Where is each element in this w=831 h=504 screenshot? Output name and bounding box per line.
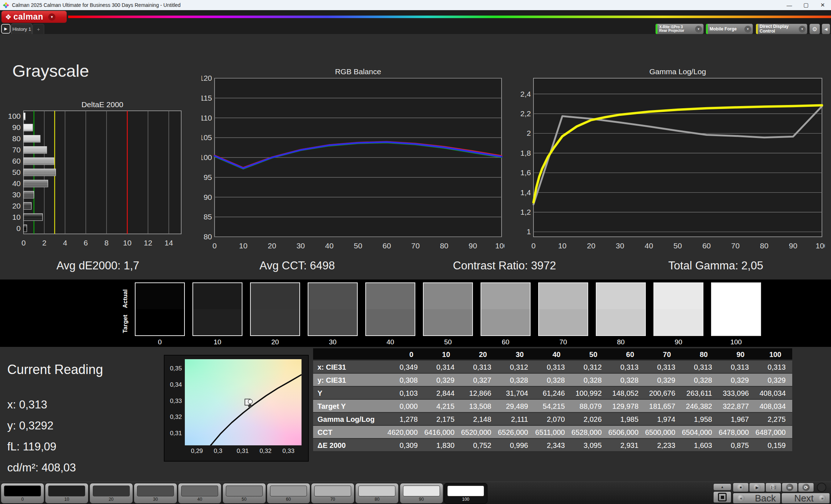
cie-chart-panel: 0,350,340,330,320,310,290,30,310,320,33	[164, 355, 309, 462]
swatch-30	[308, 282, 358, 336]
swatch-target-30	[308, 309, 357, 335]
svg-text:70: 70	[731, 242, 740, 250]
swatch-level-label: 60	[481, 338, 531, 346]
avg-cct-value: Avg CCT: 6498	[259, 259, 335, 272]
svg-text:1,2: 1,2	[520, 208, 531, 216]
pattern-swatch	[270, 486, 307, 496]
grayscale-swatch-band: Actual Target 0102030405060708090100	[0, 280, 831, 347]
pattern-level-button-80[interactable]: 80	[355, 483, 399, 504]
rainbow-divider	[68, 16, 831, 18]
table-cell-gamma-log-log-100: 2,275	[755, 413, 792, 426]
chevron-down-icon: ▼	[695, 26, 702, 33]
history-panel-toggle-button[interactable]: ▶	[1, 24, 11, 34]
swatch-level-label: 100	[711, 338, 761, 346]
svg-text:14: 14	[165, 239, 173, 247]
swatch-10	[192, 282, 242, 336]
table-cell--e-2000-10: 1,830	[424, 439, 461, 452]
table-cell--e-2000-80: 1,603	[682, 439, 719, 452]
cie-chart-plot	[185, 359, 302, 445]
play-icon: ▶	[753, 484, 761, 491]
svg-text:70: 70	[411, 242, 420, 250]
table-cell-gamma-log-log-10: 2,175	[424, 413, 461, 426]
table-col-header-100: 100	[755, 348, 792, 361]
calman-menu-button[interactable]: ❖ calman ▼	[1, 11, 67, 23]
table-cell-cct-0: 4620,000	[387, 426, 424, 439]
display-control-label: Direct Display Control	[758, 24, 799, 33]
pattern-window-button[interactable]	[713, 491, 731, 503]
pattern-level-label: 40	[178, 497, 221, 502]
maximize-button[interactable]: ▢	[798, 0, 814, 10]
tab-history-1[interactable]: History 1	[11, 24, 32, 34]
loop-button[interactable]: ⟳	[798, 483, 814, 492]
avg-de2000-value: Avg dE2000: 1,7	[57, 259, 140, 272]
table-cell-y-cie31-0: 0,308	[387, 374, 424, 387]
add-tab-button[interactable]: +	[33, 24, 44, 34]
swatch-level-label: 30	[308, 338, 358, 346]
pattern-level-button-40[interactable]: 40	[178, 483, 221, 504]
pattern-level-button-20[interactable]: 20	[90, 483, 133, 504]
minimize-button[interactable]: —	[781, 0, 798, 10]
pattern-source-dropdown[interactable]: Mobile Forge ▼	[706, 24, 753, 34]
pattern-level-label: 90	[400, 497, 443, 502]
table-cell-target-y-80: 246,382	[682, 400, 719, 413]
table-cell-x-cie31-30: 0,312	[498, 361, 535, 374]
close-button[interactable]: ✕	[814, 0, 831, 10]
meter-dropdown[interactable]: X-Rite i1Pro 3 Rear Projector ▼	[655, 24, 704, 34]
pattern-level-button-100[interactable]: 100	[444, 483, 487, 504]
pattern-level-button-70[interactable]: 70	[311, 483, 354, 504]
display-control-dropdown[interactable]: Direct Display Control ▼	[756, 24, 807, 34]
svg-text:30: 30	[616, 242, 624, 250]
table-cell-cct-60: 6506,000	[608, 426, 645, 439]
table-cell-y-10: 2,844	[424, 387, 461, 400]
continuous-measure-button[interactable]: ∞	[782, 483, 798, 492]
collapse-bar-button[interactable]: ▲	[713, 483, 731, 491]
svg-text:1,6: 1,6	[520, 168, 531, 177]
play-button[interactable]: ▶	[749, 483, 765, 492]
next-button[interactable]: Next »	[781, 493, 830, 504]
table-cell-target-y-70: 181,657	[645, 400, 682, 413]
table-cell-cct-100: 6487,000	[755, 426, 792, 439]
pattern-level-label: 60	[267, 497, 310, 502]
svg-text:80: 80	[204, 232, 212, 241]
back-button[interactable]: « Back	[733, 493, 781, 504]
pattern-level-button-60[interactable]: 60	[267, 483, 310, 504]
table-cell-x-cie31-80: 0,313	[682, 361, 719, 374]
pattern-level-label: 100	[444, 497, 487, 502]
stop-button[interactable]: ■	[733, 483, 749, 492]
svg-text:50: 50	[354, 242, 362, 250]
swatch-level-label: 90	[653, 338, 703, 346]
table-row-label: Y	[313, 387, 387, 400]
table-cell-x-cie31-20: 0,313	[461, 361, 498, 374]
svg-text:0: 0	[21, 239, 26, 247]
table-cell-gamma-log-log-0: 1,278	[387, 413, 424, 426]
table-cell-x-cie31-10: 0,314	[424, 361, 461, 374]
svg-text:1,8: 1,8	[520, 149, 531, 157]
swatch-20	[250, 282, 300, 336]
svg-text:105: 105	[201, 133, 212, 142]
svg-text:2,4: 2,4	[520, 90, 531, 98]
step-measure-icon: [··]	[770, 484, 777, 491]
pattern-level-button-0[interactable]: 0	[1, 483, 44, 504]
table-cell-target-y-40: 54,215	[535, 400, 572, 413]
table-cell-target-y-90: 322,877	[719, 400, 756, 413]
svg-text:70: 70	[12, 146, 21, 154]
table-cell-target-y-10: 4,215	[424, 400, 461, 413]
pattern-level-button-50[interactable]: 50	[223, 483, 266, 504]
cie-y-tick: 0,31	[170, 430, 182, 437]
collapse-toolbar-button[interactable]: ◀	[822, 24, 830, 34]
table-cell-gamma-log-log-40: 2,070	[535, 413, 572, 426]
pattern-level-button-30[interactable]: 30	[134, 483, 177, 504]
swatch-70	[538, 282, 588, 336]
table-col-header-50: 50	[572, 348, 608, 361]
swatch-actual-0	[136, 283, 184, 309]
table-cell--e-2000-90: 0,875	[719, 439, 756, 452]
table-col-header-80: 80	[682, 348, 719, 361]
svg-text:20: 20	[12, 202, 21, 210]
pattern-swatch	[137, 486, 174, 496]
step-measure-button[interactable]: [··]	[765, 483, 781, 492]
pattern-level-button-90[interactable]: 90	[400, 483, 443, 504]
settings-button[interactable]: ⚙	[809, 24, 820, 34]
table-cell-cct-40: 6511,000	[535, 426, 572, 439]
pattern-level-button-10[interactable]: 10	[45, 483, 88, 504]
swatch-level-label: 10	[192, 338, 242, 346]
